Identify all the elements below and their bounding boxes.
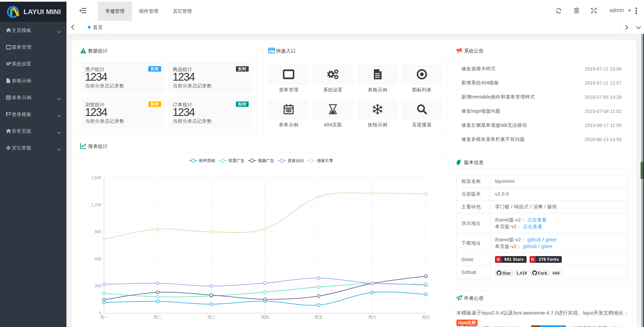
svg-text:300: 300 bbox=[95, 284, 101, 288]
svg-text:周日: 周日 bbox=[422, 315, 430, 320]
svg-text:周四: 周四 bbox=[261, 315, 269, 320]
svg-text:直接访问: 直接访问 bbox=[288, 158, 304, 163]
svg-text:900: 900 bbox=[95, 230, 101, 234]
svg-text:邮件营销: 邮件营销 bbox=[199, 158, 215, 163]
svg-text:周一: 周一 bbox=[100, 315, 108, 320]
svg-text:周五: 周五 bbox=[314, 315, 323, 320]
svg-text:搜索引擎: 搜索引擎 bbox=[317, 158, 333, 163]
svg-text:600: 600 bbox=[95, 257, 101, 261]
svg-text:周二: 周二 bbox=[154, 315, 162, 320]
svg-text:视频广告: 视频广告 bbox=[258, 158, 274, 163]
svg-text:1,500: 1,500 bbox=[91, 175, 101, 180]
svg-text:周三: 周三 bbox=[207, 315, 215, 320]
svg-text:联盟广告: 联盟广告 bbox=[228, 158, 245, 163]
svg-text:周六: 周六 bbox=[368, 315, 376, 320]
svg-text:1,200: 1,200 bbox=[91, 203, 101, 207]
